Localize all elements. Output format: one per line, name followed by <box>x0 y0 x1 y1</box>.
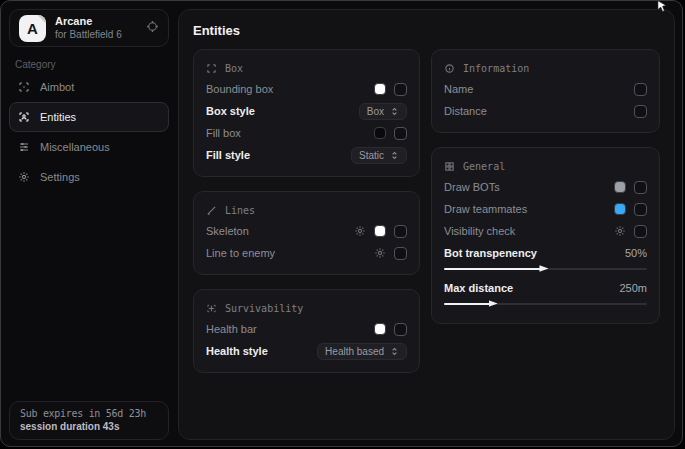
bot-transparency-setting: Bot transpenency 50% <box>444 243 647 270</box>
slider-fill <box>444 303 491 305</box>
distance-checkbox[interactable] <box>634 105 647 118</box>
setting-row-line-to-enemy: Line to enemy <box>206 242 407 264</box>
sidebar-item-label: Entities <box>40 111 76 123</box>
gear-icon[interactable] <box>146 19 159 37</box>
row-label: Draw teammates <box>444 203 527 215</box>
dropdown-value: Static <box>359 150 384 161</box>
brand-subtitle: for Battlefield 6 <box>55 29 137 42</box>
setting-row-fill-box: Fill box <box>206 122 407 144</box>
skeleton-checkbox[interactable] <box>394 225 407 238</box>
color-swatch[interactable] <box>614 181 626 193</box>
color-swatch[interactable] <box>374 323 386 335</box>
row-label: Distance <box>444 105 487 117</box>
sidebar-item-label: Miscellaneous <box>40 141 110 153</box>
card-title: Survivability <box>225 303 303 314</box>
slider-fill <box>444 268 541 270</box>
subscription-card: Sub expires in 56d 23h session duration … <box>9 401 169 440</box>
bot-transparency-slider[interactable] <box>444 268 647 270</box>
dropdown-value: Health based <box>325 346 384 357</box>
survivability-card-header: Survivability <box>206 298 407 318</box>
slider-thumb[interactable] <box>489 299 498 308</box>
session-duration-text: session duration 43s <box>20 421 158 432</box>
fill-style-dropdown[interactable]: Static <box>351 147 407 164</box>
row-label: Bot transpenency <box>444 247 537 259</box>
sidebar-item-aimbot[interactable]: Aimbot <box>9 72 169 102</box>
sidebar-item-entities[interactable]: Entities <box>9 102 169 132</box>
logo-fold-corner <box>37 15 46 24</box>
row-label: Fill style <box>206 149 250 161</box>
sidebar-item-label: Aimbot <box>40 81 74 93</box>
sidebar-item-settings[interactable]: Settings <box>9 162 169 192</box>
setting-row-skeleton: Skeleton <box>206 220 407 242</box>
pencil-line-icon <box>206 205 217 216</box>
max-distance-slider[interactable] <box>444 303 647 305</box>
brand-text: Arcane for Battlefield 6 <box>55 15 137 41</box>
sidebar-item-miscellaneous[interactable]: Miscellaneous <box>9 132 169 162</box>
row-label: Bounding box <box>206 83 273 95</box>
sub-expiry-text: Sub expires in 56d 23h <box>20 408 158 419</box>
brand-initial: A <box>27 20 38 37</box>
grid-icon <box>444 161 455 172</box>
health-cross-icon <box>206 303 217 314</box>
card-title: Information <box>463 63 529 74</box>
mouse-cursor-icon <box>655 0 669 17</box>
information-card: Information Name Distance <box>431 49 660 133</box>
row-label: Skeleton <box>206 225 249 237</box>
row-label: Name <box>444 83 473 95</box>
slider-thumb[interactable] <box>539 264 548 273</box>
color-swatch[interactable] <box>374 127 386 139</box>
name-checkbox[interactable] <box>634 83 647 96</box>
color-swatch[interactable] <box>614 203 626 215</box>
info-icon <box>444 63 455 74</box>
gear-icon[interactable] <box>614 225 626 237</box>
gear-icon[interactable] <box>374 247 386 259</box>
row-label: Fill box <box>206 127 241 139</box>
crosshair-icon <box>17 81 31 93</box>
dropdown-value: Box <box>367 106 384 117</box>
setting-row-bounding-box: Bounding box <box>206 78 407 100</box>
card-title: Lines <box>225 205 255 216</box>
box-card: Box Bounding box Box style Box <box>193 49 420 177</box>
slider-value: 250m <box>619 282 647 294</box>
max-distance-setting: Max distance 250m <box>444 278 647 305</box>
bounding-box-checkbox[interactable] <box>394 83 407 96</box>
person-scan-icon <box>17 111 31 123</box>
setting-row-draw-teammates: Draw teammates <box>444 198 647 220</box>
chevron-up-down-icon <box>390 347 399 356</box>
visibility-check-checkbox[interactable] <box>634 225 647 238</box>
box-style-dropdown[interactable]: Box <box>359 103 407 120</box>
lines-card-header: Lines <box>206 200 407 220</box>
information-card-header: Information <box>444 58 647 78</box>
health-bar-checkbox[interactable] <box>394 323 407 336</box>
draw-teammates-checkbox[interactable] <box>634 203 647 216</box>
chevron-up-down-icon <box>390 107 399 116</box>
chevron-up-down-icon <box>390 151 399 160</box>
page-title: Entities <box>193 23 660 38</box>
setting-row-visibility-check: Visibility check <box>444 220 647 242</box>
card-title: General <box>463 161 505 172</box>
setting-row-box-style: Box style Box <box>206 100 407 122</box>
row-label: Max distance <box>444 282 513 294</box>
fill-box-checkbox[interactable] <box>394 127 407 140</box>
row-label: Line to enemy <box>206 247 275 259</box>
color-swatch[interactable] <box>374 83 386 95</box>
draw-bots-checkbox[interactable] <box>634 181 647 194</box>
box-corners-icon <box>206 63 217 74</box>
health-style-dropdown[interactable]: Health based <box>317 343 407 360</box>
left-column: Box Bounding box Box style Box <box>193 49 420 373</box>
gear-icon[interactable] <box>354 225 366 237</box>
setting-row-name: Name <box>444 78 647 100</box>
sidebar-item-label: Settings <box>40 171 80 183</box>
row-label: Health bar <box>206 323 257 335</box>
setting-row-health-style: Health style Health based <box>206 340 407 362</box>
box-card-header: Box <box>206 58 407 78</box>
survivability-card: Survivability Health bar Health style He… <box>193 289 420 373</box>
color-swatch[interactable] <box>374 225 386 237</box>
setting-row-distance: Distance <box>444 100 647 122</box>
main-panel: Entities Box Bounding box <box>178 9 675 440</box>
row-label: Health style <box>206 345 268 357</box>
setting-row-draw-bots: Draw BOTs <box>444 176 647 198</box>
brand-card: A Arcane for Battlefield 6 <box>9 9 169 47</box>
line-to-enemy-checkbox[interactable] <box>394 247 407 260</box>
row-label: Draw BOTs <box>444 181 500 193</box>
